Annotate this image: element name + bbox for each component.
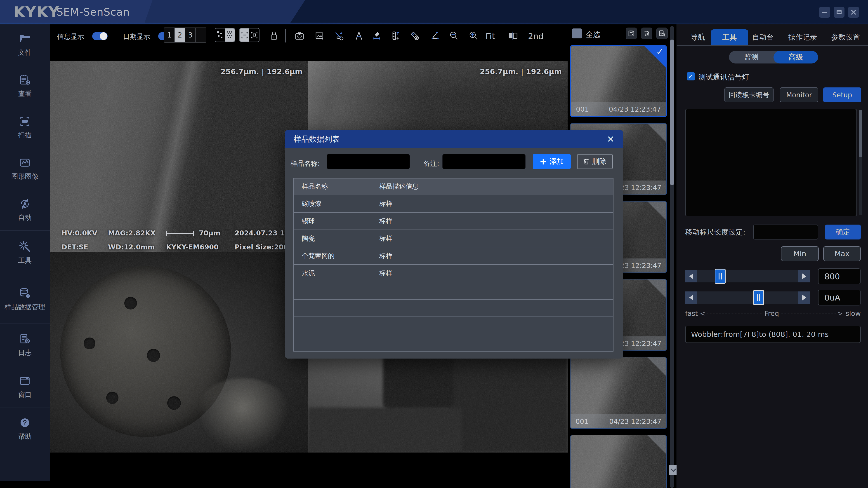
sem-image-top-left[interactable]: 256.7μm. | 192.6μm HV:0.0KV MAG:2.82KX 7… [50, 61, 308, 252]
second-view-button[interactable]: 2nd [528, 32, 544, 41]
segment-2[interactable]: 2 [175, 28, 186, 42]
gallery-scrollbar-thumb[interactable] [670, 39, 674, 185]
table-row[interactable]: 水泥 标样 [293, 264, 613, 282]
tab-navigation[interactable]: 导航 [688, 29, 707, 45]
split-view-icon[interactable] [508, 31, 518, 41]
sidebar-item-scan[interactable]: 扫描 [0, 107, 50, 148]
table-row[interactable]: 陶瓷 标样 [293, 230, 613, 247]
slider-1-track[interactable] [698, 270, 798, 283]
tab-parameter-settings[interactable]: 参数设置 [829, 29, 862, 45]
monitor-display [685, 109, 857, 216]
segment-1[interactable]: 1 [164, 28, 175, 42]
check-icon: ✓ [688, 73, 693, 80]
repair-tools-icon[interactable] [334, 31, 344, 41]
note-input[interactable] [442, 154, 526, 169]
maximize-button[interactable] [834, 7, 844, 18]
slider-1-value[interactable]: 800 [818, 268, 861, 284]
table-row-empty[interactable] [293, 282, 613, 299]
slider-1-thumb[interactable] [715, 269, 725, 284]
wobbler-status-box: Wobbler:from[7F8]to (808]. 01. 20 ms [685, 326, 861, 343]
table-row[interactable]: 碳喷漆 标样 [293, 195, 613, 212]
slider-1-right-arrow[interactable] [798, 270, 810, 283]
monitor-mode-segment[interactable]: 监测 [729, 51, 774, 64]
tab-auto-stage[interactable]: 自动台 [750, 29, 776, 45]
save-button[interactable] [626, 28, 637, 39]
table-row[interactable]: 锡球 标样 [293, 212, 613, 230]
dialog-header[interactable]: 样品数据列表 ✕ [285, 130, 623, 148]
freq-scale-row: fast <------------------ Freq ----------… [685, 310, 861, 318]
ruler-length-input[interactable] [753, 225, 818, 239]
sidebar-item-window[interactable]: 窗口 [0, 366, 50, 408]
min-button[interactable]: Min [781, 246, 819, 261]
slider-2-thumb[interactable] [753, 290, 764, 305]
advanced-mode-segment[interactable]: 高级 [774, 51, 818, 64]
plus-icon: + [539, 157, 547, 166]
capture-frame-group [239, 28, 259, 42]
delete-images-button[interactable] [641, 28, 652, 39]
grid-sparse-icon[interactable] [215, 29, 225, 41]
marker-measure-icon[interactable] [372, 31, 382, 41]
ruler-height-icon[interactable] [391, 31, 401, 41]
confirm-button[interactable]: 确定 [825, 225, 861, 239]
sample-data-dialog: 样品数据列表 ✕ 样品名称: 备注: + 添加 删除 样品名称 样品描述信息 碳… [285, 130, 623, 359]
info-display-toggle[interactable] [92, 32, 107, 40]
tab-underline [677, 45, 868, 46]
table-row-empty[interactable] [293, 317, 613, 334]
slider-2-left-arrow[interactable] [685, 291, 698, 304]
sidebar-item-auto[interactable]: 自动 [0, 189, 50, 231]
bracket-frame-icon[interactable] [249, 29, 259, 41]
zoom-out-icon[interactable] [449, 31, 459, 41]
max-button[interactable]: Max [823, 246, 861, 261]
setup-button[interactable]: Setup [823, 88, 861, 102]
test-signal-checkbox[interactable]: ✓ [687, 72, 695, 80]
window-icon [19, 375, 31, 387]
fit-button[interactable]: Fit [486, 32, 495, 41]
sample-name-input[interactable] [327, 154, 410, 169]
thumbnail-6[interactable] [570, 435, 667, 488]
image-annotate-icon[interactable] [314, 31, 324, 41]
segment-3[interactable]: 3 [185, 28, 196, 42]
grid-dense-icon[interactable] [225, 29, 235, 41]
thumbnail-5[interactable]: 001 04/23 12:23:47 [570, 357, 667, 429]
segment-4[interactable] [196, 28, 206, 42]
sidebar-item-log[interactable]: 日志 [0, 324, 50, 366]
sidebar-item-files[interactable]: 文件 [0, 24, 50, 65]
preview-icon [659, 30, 665, 37]
sidebar-item-help[interactable]: 帮助 [0, 408, 50, 450]
lock-icon[interactable] [269, 31, 279, 41]
tab-tools[interactable]: 工具 [711, 29, 748, 45]
sidebar-item-view[interactable]: 查看 [0, 65, 50, 107]
sidebar-item-sample-data[interactable]: 样品数据管理 [0, 275, 50, 324]
preview-button[interactable] [656, 28, 668, 39]
thumbnail-1[interactable]: 001 04/23 12:23:47 ✓ [570, 45, 667, 117]
minimize-button[interactable] [819, 7, 830, 18]
monitor-advanced-toggle: 监测 高级 [729, 51, 818, 64]
tab-operation-record[interactable]: 操作记录 [786, 29, 819, 45]
ruler-protractor-icon[interactable] [410, 31, 420, 41]
camera-icon[interactable] [294, 31, 305, 41]
table-row[interactable]: 个梵蒂冈的 标样 [293, 247, 613, 264]
table-row-empty[interactable] [293, 299, 613, 317]
add-button[interactable]: + 添加 [533, 154, 571, 169]
slider-2-right-arrow[interactable] [798, 291, 810, 304]
zoom-in-icon[interactable] [468, 31, 478, 41]
slider-2-track[interactable] [698, 291, 798, 304]
bracket-dash-icon[interactable] [240, 29, 249, 41]
delete-button[interactable]: 删除 [577, 154, 613, 169]
monitor-button[interactable]: Monitor [780, 88, 818, 102]
optical-image-bottom-left[interactable] [50, 252, 308, 453]
dialog-close-icon[interactable]: ✕ [607, 135, 614, 144]
close-button[interactable] [848, 7, 859, 18]
slider-1-left-arrow[interactable] [685, 270, 698, 283]
select-all-checkbox[interactable] [572, 29, 582, 38]
readback-board-button[interactable]: 回读板卡编号 [724, 88, 774, 102]
panel-scrollbar-thumb[interactable] [859, 110, 862, 157]
angle-measure-icon[interactable] [430, 31, 440, 41]
toolbar-separator [285, 29, 286, 42]
slider-2-value[interactable]: 0uA [818, 290, 861, 305]
sidebar-item-graphics[interactable]: 图形图像 [0, 148, 50, 189]
table-row-empty[interactable] [293, 334, 613, 351]
text-icon[interactable] [354, 31, 364, 41]
sidebar-item-tools[interactable]: 工具 [0, 231, 50, 275]
titlebar-accent-line [0, 23, 868, 24]
